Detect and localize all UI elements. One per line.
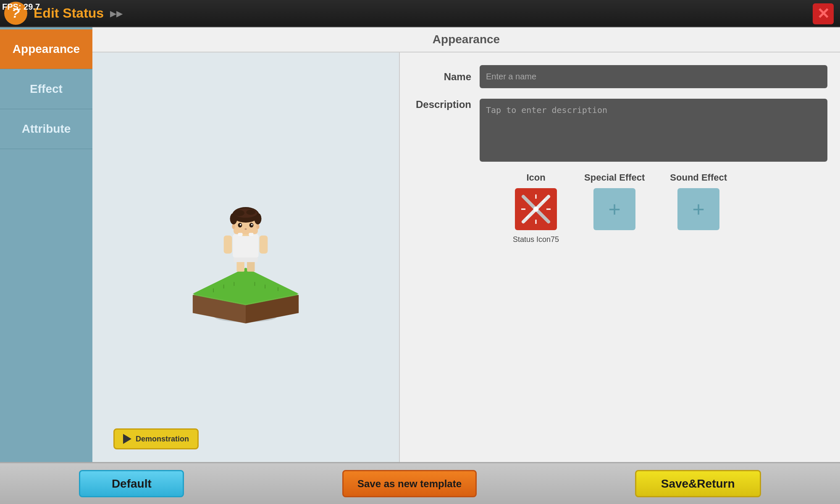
icon-caption: Status Icon75 xyxy=(513,235,559,244)
svg-point-32 xyxy=(246,210,255,215)
svg-rect-16 xyxy=(224,235,232,253)
status-icon-svg xyxy=(517,190,555,228)
name-label: Name xyxy=(412,71,480,83)
play-icon xyxy=(123,434,131,444)
save-template-button[interactable]: Save as new template xyxy=(342,470,477,497)
svg-point-38 xyxy=(533,207,538,212)
svg-point-26 xyxy=(256,224,259,229)
add-cross-icon-2: + xyxy=(693,199,705,220)
add-cross-icon: + xyxy=(609,199,621,220)
icons-section: Icon xyxy=(412,172,827,244)
sound-effect-label: Sound Effect xyxy=(670,172,727,183)
status-icon-button[interactable] xyxy=(515,188,557,230)
svg-point-25 xyxy=(232,224,235,229)
title-bar: FPS: 29.7 ? Edit Status ▶▶ ✕ xyxy=(0,0,840,27)
breadcrumb: ▶▶ xyxy=(110,8,123,18)
svg-rect-33 xyxy=(238,233,243,236)
close-button[interactable]: ✕ xyxy=(813,3,834,24)
add-sound-effect-button[interactable]: + xyxy=(677,188,719,230)
description-row: Description xyxy=(412,99,827,162)
svg-rect-17 xyxy=(260,235,268,253)
demonstration-button[interactable]: Demonstration xyxy=(113,428,199,449)
page-title: Edit Status xyxy=(34,5,104,21)
svg-rect-34 xyxy=(249,233,253,236)
name-row: Name xyxy=(412,65,827,88)
add-special-effect-button[interactable]: + xyxy=(593,188,635,230)
name-input[interactable] xyxy=(480,65,827,88)
svg-point-31 xyxy=(234,210,244,216)
icon-group: Icon xyxy=(513,172,559,244)
sound-effect-group: Sound Effect + xyxy=(670,172,727,230)
bottom-bar: Default Save as new template Save&Return xyxy=(0,462,840,504)
save-return-button[interactable]: Save&Return xyxy=(635,470,761,497)
special-effect-group: Special Effect + xyxy=(584,172,645,230)
special-effect-label: Special Effect xyxy=(584,172,645,183)
svg-point-22 xyxy=(240,224,242,226)
main-content: Appearance Effect Attribute Appearance xyxy=(0,27,840,462)
sidebar-item-effect[interactable]: Effect xyxy=(0,69,92,109)
character-scene-svg xyxy=(162,148,330,367)
right-panel: Name Description Icon xyxy=(399,52,840,462)
sidebar-item-appearance[interactable]: Appearance xyxy=(0,29,92,69)
fps-counter: FPS: 29.7 xyxy=(2,2,40,12)
icon-label: Icon xyxy=(526,172,545,183)
character-area: Demonstration xyxy=(92,52,399,462)
content-header: Appearance xyxy=(92,27,840,52)
description-input[interactable] xyxy=(480,99,827,162)
svg-point-24 xyxy=(245,228,247,230)
content-body: Demonstration Name Description xyxy=(92,52,840,462)
svg-point-23 xyxy=(251,224,253,226)
sidebar: Appearance Effect Attribute xyxy=(0,27,92,462)
character-display xyxy=(162,157,330,358)
content-title: Appearance xyxy=(433,33,500,46)
sidebar-item-attribute[interactable]: Attribute xyxy=(0,109,92,149)
svg-rect-15 xyxy=(233,234,259,257)
default-button[interactable]: Default xyxy=(79,470,184,497)
content-panel: Appearance xyxy=(92,27,840,462)
description-label: Description xyxy=(412,99,480,110)
